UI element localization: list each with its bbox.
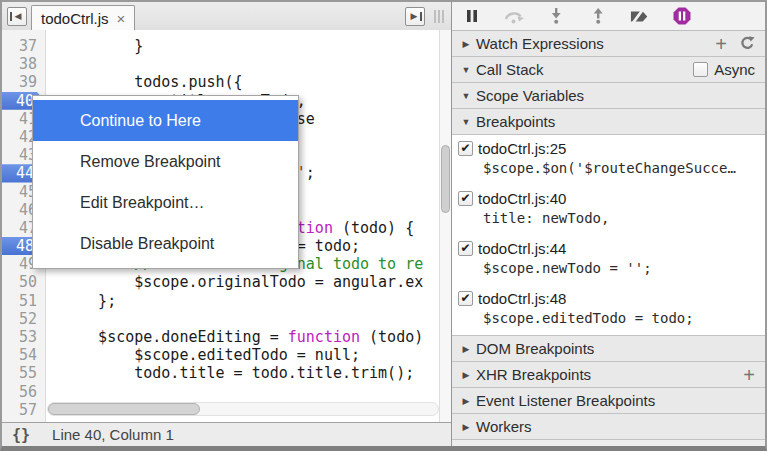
breakpoint-checkbox[interactable]: ✔ <box>458 191 473 206</box>
pause-on-exceptions-button[interactable] <box>672 7 692 25</box>
add-xhr-breakpoint-icon[interactable]: + <box>743 367 755 383</box>
breakpoint-code: title: newTodo, <box>483 210 761 226</box>
pause-on-exceptions-icon <box>673 7 691 25</box>
code-line[interactable]: } <box>62 37 451 55</box>
step-out-button[interactable] <box>588 7 608 25</box>
breakpoint-checkbox[interactable]: ✔ <box>458 141 473 156</box>
section-label: Event Listener Breakpoints <box>476 392 655 409</box>
tab-close-icon[interactable]: × <box>117 11 126 26</box>
add-watch-expression-icon[interactable]: + <box>715 36 727 52</box>
splitter-grip-icon[interactable] <box>434 10 444 23</box>
line-number[interactable]: 57 <box>2 401 45 419</box>
chevron-right-icon: ▶ <box>460 344 472 354</box>
context-menu-item[interactable]: Continue to Here <box>33 100 298 141</box>
breakpoint-file: todoCtrl.js:25 <box>478 140 566 157</box>
line-number[interactable]: 51 <box>2 292 45 310</box>
section-dom-breakpoints[interactable]: ▶ DOM Breakpoints <box>452 336 765 362</box>
code-line[interactable]: todos.push({ <box>62 73 451 91</box>
pause-button[interactable] <box>462 7 482 25</box>
vertical-scroll-thumb[interactable] <box>441 145 450 213</box>
tab-overflow-right-button[interactable]: ▶ <box>405 7 425 26</box>
breakpoint-entry[interactable]: ✔todoCtrl.js:25$scope.$on('$routeChangeS… <box>452 135 765 185</box>
breakpoint-file: todoCtrl.js:44 <box>478 240 566 257</box>
step-over-icon <box>504 9 524 24</box>
line-number[interactable]: 38 <box>2 55 45 73</box>
section-label: Watch Expressions <box>476 35 604 52</box>
step-out-icon <box>591 8 605 24</box>
breakpoint-entry[interactable]: ✔todoCtrl.js:48$scope.editedTodo = todo; <box>452 285 765 335</box>
section-label: Workers <box>476 418 532 435</box>
section-label: Call Stack <box>476 61 544 78</box>
async-checkbox[interactable] <box>693 62 708 77</box>
show-navigator-button[interactable]: ◀ <box>7 7 27 26</box>
deactivate-breakpoints-icon <box>630 9 650 24</box>
section-watch-expressions[interactable]: ▶ Watch Expressions + <box>452 31 765 57</box>
breakpoint-code: $scope.newTodo = ''; <box>483 260 761 276</box>
async-label: Async <box>714 61 755 78</box>
tab-title: todoCtrl.js <box>41 10 109 27</box>
breakpoint-file: todoCtrl.js:40 <box>478 190 566 207</box>
debugger-sidebar: ▶ Watch Expressions + ▼ Call Stack Async… <box>452 2 765 446</box>
section-workers[interactable]: ▶ Workers <box>452 414 765 440</box>
code-line[interactable] <box>62 383 451 401</box>
breakpoint-list: ✔todoCtrl.js:25$scope.$on('$routeChangeS… <box>452 135 765 336</box>
section-event-listener-breakpoints[interactable]: ▶ Event Listener Breakpoints <box>452 388 765 414</box>
line-number[interactable]: 56 <box>2 383 45 401</box>
line-number[interactable]: 50 <box>2 273 45 291</box>
line-number[interactable]: 52 <box>2 310 45 328</box>
sidebar-filler <box>452 440 765 446</box>
chevron-down-icon: ▼ <box>460 65 472 75</box>
code-line[interactable]: $scope.doneEditing = function (todo) <box>62 328 451 346</box>
code-line[interactable]: todo.title = todo.title.trim(); <box>62 364 451 382</box>
context-menu-item[interactable]: Remove Breakpoint <box>33 141 298 182</box>
tab-todoctrl-js[interactable]: todoCtrl.js × <box>31 5 135 31</box>
code-editor: 3738394041424344454647484950515253545556… <box>2 30 451 422</box>
refresh-icon[interactable] <box>740 36 755 51</box>
section-breakpoints[interactable]: ▼ Breakpoints <box>452 109 765 135</box>
line-number[interactable]: 53 <box>2 328 45 346</box>
section-xhr-breakpoints[interactable]: ▶ XHR Breakpoints + <box>452 362 765 388</box>
line-number[interactable]: 55 <box>2 364 45 382</box>
section-label: Scope Variables <box>476 87 584 104</box>
section-label: DOM Breakpoints <box>476 340 594 357</box>
breakpoint-code: $scope.editedTodo = todo; <box>483 310 761 326</box>
breakpoint-checkbox[interactable]: ✔ <box>458 291 473 306</box>
horizontal-scrollbar[interactable] <box>47 402 439 416</box>
step-into-button[interactable] <box>546 7 566 25</box>
caret-position: Line 40, Column 1 <box>52 426 174 443</box>
code-line[interactable]: $scope.editedTodo = null; <box>62 346 451 364</box>
chevron-down-icon: ▼ <box>460 91 472 101</box>
pause-icon <box>466 9 478 23</box>
chevron-right-icon: ▶ <box>408 12 420 21</box>
code-line[interactable]: }; <box>62 292 451 310</box>
chevron-right-icon: ▶ <box>460 422 472 432</box>
step-into-icon <box>549 8 563 24</box>
breakpoint-checkbox[interactable]: ✔ <box>458 241 473 256</box>
line-number[interactable]: 54 <box>2 346 45 364</box>
code-line[interactable]: $scope.originalTodo = angular.ex <box>62 273 451 291</box>
context-menu: Continue to HereRemove BreakpointEdit Br… <box>32 95 299 269</box>
code-line[interactable] <box>62 310 451 328</box>
breakpoint-code: $scope.$on('$routeChangeSucce… <box>483 160 761 176</box>
breakpoint-file: todoCtrl.js:48 <box>478 290 566 307</box>
debugger-toolbar <box>452 2 765 31</box>
step-over-button[interactable] <box>504 7 524 25</box>
vertical-scrollbar[interactable] <box>439 30 451 422</box>
section-label: XHR Breakpoints <box>476 366 591 383</box>
pretty-print-button[interactable]: {} <box>12 426 30 444</box>
context-menu-item[interactable]: Edit Breakpoint… <box>33 182 298 223</box>
breakpoint-entry[interactable]: ✔todoCtrl.js:44$scope.newTodo = ''; <box>452 235 765 285</box>
section-label: Breakpoints <box>476 113 555 130</box>
context-menu-item[interactable]: Disable Breakpoint <box>33 223 298 264</box>
line-number[interactable]: 37 <box>2 37 45 55</box>
section-scope-variables[interactable]: ▼ Scope Variables <box>452 83 765 109</box>
horizontal-scroll-thumb[interactable] <box>48 403 200 415</box>
line-number[interactable]: 39 <box>2 73 45 91</box>
code-line[interactable] <box>62 55 451 73</box>
editor-tab-bar: ◀ todoCtrl.js × ▶ <box>2 2 451 30</box>
deactivate-breakpoints-button[interactable] <box>630 7 650 25</box>
section-call-stack[interactable]: ▼ Call Stack Async <box>452 57 765 83</box>
breakpoint-entry[interactable]: ✔todoCtrl.js:40title: newTodo, <box>452 185 765 235</box>
chevron-left-icon: ◀ <box>12 12 24 21</box>
source-pane: ◀ todoCtrl.js × ▶ 3738394041424344454647… <box>2 2 452 446</box>
